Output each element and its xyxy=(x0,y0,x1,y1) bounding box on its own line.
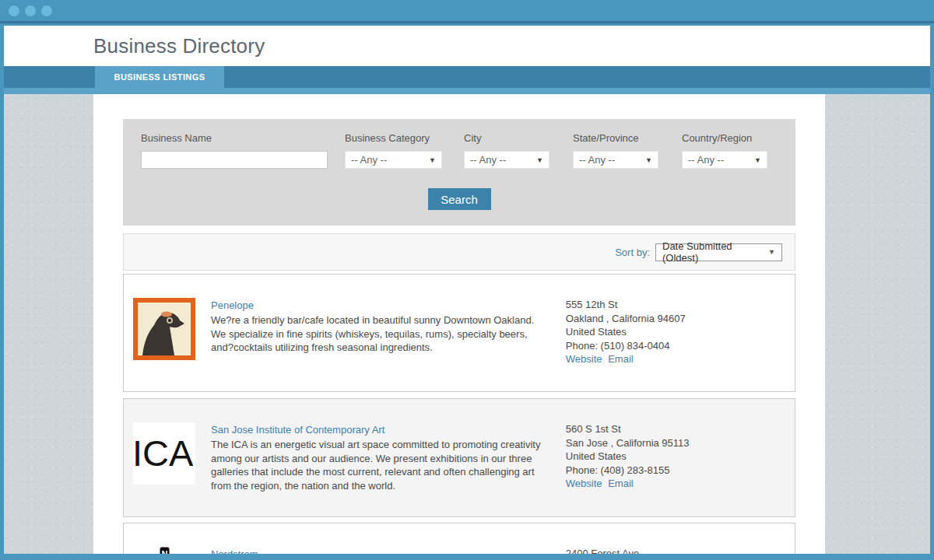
chevron-down-icon: ▼ xyxy=(768,248,775,256)
nav-bar: BUSINESS LISTINGS xyxy=(4,66,930,88)
search-filter-panel: Business Name Business Category -- Any -… xyxy=(123,119,795,226)
sort-selected-value: Date Submitted (Oldest) xyxy=(662,240,768,264)
business-category-label: Business Category xyxy=(345,132,442,144)
listing-name-link[interactable]: Penelope xyxy=(211,299,254,311)
app-window: Business Directory BUSINESS LISTINGS Bus… xyxy=(4,26,930,554)
sort-bar: Sort by: Date Submitted (Oldest) ▼ xyxy=(123,233,795,271)
tab-business-listings[interactable]: BUSINESS LISTINGS xyxy=(95,66,224,88)
website-link[interactable]: Website xyxy=(566,478,602,489)
listing-description: The ICA is an energetic visual art space… xyxy=(211,438,550,492)
sort-by-label: Sort by: xyxy=(615,247,650,258)
listing-description: We?re a friendly bar/cafe located in bea… xyxy=(211,313,550,355)
listing-city-state-zip: Oakland , California 94607 xyxy=(566,312,779,326)
chevron-down-icon: ▼ xyxy=(754,156,761,164)
email-link[interactable]: Email xyxy=(608,478,634,489)
listing-card: ICA San Jose Institute of Contemporary A… xyxy=(123,398,795,517)
listing-card: N Nordstrom 2400 Forest Ave xyxy=(123,523,795,554)
window-control-dot[interactable] xyxy=(41,5,52,16)
app-header: Business Directory xyxy=(4,26,930,66)
chevron-down-icon: ▼ xyxy=(536,156,543,164)
nordstrom-logo-text: N xyxy=(160,547,170,554)
business-category-value: -- Any -- xyxy=(351,154,387,166)
listing-phone: Phone: (408) 283-8155 xyxy=(566,464,779,478)
ica-logo-image: ICA xyxy=(133,422,195,485)
main-content-column: Business Name Business Category -- Any -… xyxy=(93,94,825,554)
business-name-label: Business Name xyxy=(141,132,328,144)
listing-country: United States xyxy=(566,450,779,464)
state-label: State/Province xyxy=(573,132,658,144)
content-background: Business Name Business Category -- Any -… xyxy=(4,94,930,554)
business-name-input[interactable] xyxy=(141,151,328,169)
country-label: Country/Region xyxy=(682,132,767,144)
city-value: -- Any -- xyxy=(470,154,506,166)
nav-accent-strip xyxy=(4,88,930,94)
window-titlebar xyxy=(0,0,934,23)
country-select[interactable]: -- Any -- ▼ xyxy=(682,151,767,169)
listing-name-link[interactable]: Nordstrom xyxy=(211,548,258,554)
listing-phone: Phone: (510) 834-0404 xyxy=(566,339,779,353)
listing-street: 560 S 1st St xyxy=(566,422,779,436)
listing-name-link[interactable]: San Jose Institute of Contemporary Art xyxy=(211,424,384,436)
website-link[interactable]: Website xyxy=(566,353,602,365)
search-button[interactable]: Search xyxy=(428,188,491,210)
listing-city-state-zip: San Jose , California 95113 xyxy=(566,436,779,450)
email-link[interactable]: Email xyxy=(608,353,634,365)
city-label: City xyxy=(464,132,550,144)
chevron-down-icon: ▼ xyxy=(645,156,652,164)
ica-logo-text: ICA xyxy=(133,422,193,485)
listing-street: 555 12th St xyxy=(566,298,779,312)
state-select[interactable]: -- Any -- ▼ xyxy=(573,151,658,169)
nordstrom-logo-image: N xyxy=(133,547,195,554)
country-value: -- Any -- xyxy=(688,154,724,166)
window-control-dot[interactable] xyxy=(25,5,36,16)
chevron-down-icon: ▼ xyxy=(429,156,436,164)
listing-country: United States xyxy=(566,325,779,339)
listing-street: 2400 Forest Ave xyxy=(566,547,779,554)
business-category-select[interactable]: -- Any -- ▼ xyxy=(345,151,442,169)
state-value: -- Any -- xyxy=(579,154,615,166)
listing-card: Penelope Penelope We?re a friendly bar/c… xyxy=(123,274,795,392)
page-title: Business Directory xyxy=(93,34,265,58)
sort-select[interactable]: Date Submitted (Oldest) ▼ xyxy=(655,243,782,261)
window-control-dot[interactable] xyxy=(9,5,19,16)
city-select[interactable]: -- Any -- ▼ xyxy=(464,151,550,169)
penelope-bird-image: Penelope xyxy=(133,298,195,360)
